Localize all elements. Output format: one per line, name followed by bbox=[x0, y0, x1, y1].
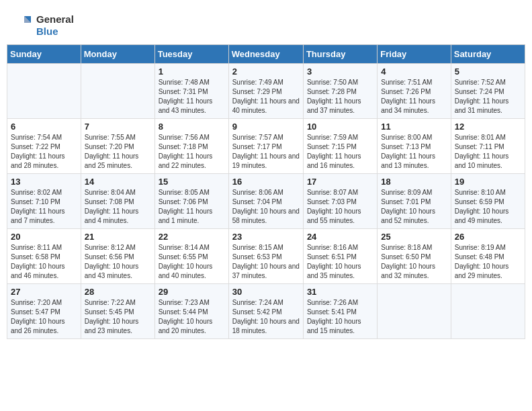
sunset-text: Sunset: 7:15 PM bbox=[307, 142, 373, 152]
sunrise-text: Sunrise: 8:04 AM bbox=[85, 188, 151, 197]
day-info: Sunrise: 8:04 AMSunset: 7:08 PMDaylight:… bbox=[85, 188, 151, 226]
calendar-cell: 27Sunrise: 7:20 AMSunset: 5:47 PMDayligh… bbox=[7, 284, 81, 339]
daylight-text: Daylight: 11 hours and 16 minutes. bbox=[307, 152, 373, 171]
daylight-text: Daylight: 11 hours and 43 minutes. bbox=[159, 97, 225, 116]
page-header: General Blue bbox=[7, 7, 525, 41]
day-number: 19 bbox=[455, 177, 521, 187]
day-info: Sunrise: 8:16 AMSunset: 6:51 PMDaylight:… bbox=[307, 243, 373, 281]
weekday-header: Thursday bbox=[303, 45, 377, 64]
sunrise-text: Sunrise: 8:11 AM bbox=[11, 243, 77, 253]
sunset-text: Sunset: 7:18 PM bbox=[159, 142, 225, 152]
day-info: Sunrise: 7:54 AMSunset: 7:22 PMDaylight:… bbox=[11, 133, 77, 171]
sunrise-text: Sunrise: 8:09 AM bbox=[381, 188, 447, 197]
day-info: Sunrise: 8:19 AMSunset: 6:48 PMDaylight:… bbox=[455, 243, 521, 281]
day-number: 22 bbox=[159, 232, 225, 242]
sunset-text: Sunset: 7:22 PM bbox=[11, 142, 77, 152]
day-number: 2 bbox=[232, 66, 300, 77]
day-number: 5 bbox=[455, 66, 521, 77]
calendar-cell: 11Sunrise: 8:00 AMSunset: 7:13 PMDayligh… bbox=[378, 119, 451, 174]
calendar-cell: 18Sunrise: 8:09 AMSunset: 7:01 PMDayligh… bbox=[378, 174, 451, 229]
day-info: Sunrise: 8:01 AMSunset: 7:11 PMDaylight:… bbox=[455, 133, 521, 171]
day-info: Sunrise: 7:56 AMSunset: 7:18 PMDaylight:… bbox=[159, 133, 225, 171]
sunrise-text: Sunrise: 7:55 AM bbox=[85, 133, 151, 142]
sunrise-text: Sunrise: 8:12 AM bbox=[85, 243, 151, 253]
weekday-row: SundayMondayTuesdayWednesdayThursdayFrid… bbox=[7, 45, 525, 64]
daylight-text: Daylight: 11 hours and 40 minutes. bbox=[232, 97, 300, 116]
calendar-body: 1Sunrise: 7:48 AMSunset: 7:31 PMDaylight… bbox=[7, 64, 525, 339]
day-number: 29 bbox=[159, 287, 225, 297]
day-number: 27 bbox=[11, 287, 77, 297]
calendar-header: SundayMondayTuesdayWednesdayThursdayFrid… bbox=[7, 45, 525, 64]
calendar-cell: 2Sunrise: 7:49 AMSunset: 7:29 PMDaylight… bbox=[228, 64, 303, 119]
weekday-header: Tuesday bbox=[154, 45, 228, 64]
day-number: 17 bbox=[307, 177, 373, 187]
daylight-text: Daylight: 11 hours and 34 minutes. bbox=[381, 97, 447, 116]
sunrise-text: Sunrise: 8:07 AM bbox=[307, 188, 373, 197]
day-number: 7 bbox=[85, 122, 151, 132]
weekday-header: Wednesday bbox=[228, 45, 303, 64]
weekday-header: Monday bbox=[81, 45, 154, 64]
calendar-cell: 3Sunrise: 7:50 AMSunset: 7:28 PMDaylight… bbox=[303, 64, 377, 119]
daylight-text: Daylight: 11 hours and 4 minutes. bbox=[85, 207, 151, 226]
daylight-text: Daylight: 10 hours and 52 minutes. bbox=[381, 207, 447, 226]
day-info: Sunrise: 8:15 AMSunset: 6:53 PMDaylight:… bbox=[232, 243, 300, 281]
day-number: 10 bbox=[307, 122, 373, 132]
daylight-text: Daylight: 10 hours and 35 minutes. bbox=[307, 262, 373, 281]
day-info: Sunrise: 7:24 AMSunset: 5:42 PMDaylight:… bbox=[232, 298, 300, 336]
calendar-cell: 6Sunrise: 7:54 AMSunset: 7:22 PMDaylight… bbox=[7, 119, 81, 174]
calendar-cell: 28Sunrise: 7:22 AMSunset: 5:45 PMDayligh… bbox=[81, 284, 154, 339]
calendar-cell: 25Sunrise: 8:18 AMSunset: 6:50 PMDayligh… bbox=[378, 229, 451, 284]
logo-svg bbox=[13, 13, 34, 34]
sunset-text: Sunset: 7:11 PM bbox=[455, 142, 521, 152]
calendar-cell: 26Sunrise: 8:19 AMSunset: 6:48 PMDayligh… bbox=[451, 229, 525, 284]
calendar-cell: 9Sunrise: 7:57 AMSunset: 7:17 PMDaylight… bbox=[228, 119, 303, 174]
day-number: 11 bbox=[381, 122, 447, 132]
calendar-week-row: 1Sunrise: 7:48 AMSunset: 7:31 PMDaylight… bbox=[7, 64, 525, 119]
sunrise-text: Sunrise: 7:23 AM bbox=[159, 298, 225, 308]
weekday-header: Saturday bbox=[451, 45, 525, 64]
calendar-cell: 30Sunrise: 7:24 AMSunset: 5:42 PMDayligh… bbox=[228, 284, 303, 339]
daylight-text: Daylight: 10 hours and 32 minutes. bbox=[381, 262, 447, 281]
sunset-text: Sunset: 6:50 PM bbox=[381, 253, 447, 262]
sunrise-text: Sunrise: 7:52 AM bbox=[455, 78, 521, 87]
day-number: 25 bbox=[381, 232, 447, 242]
day-info: Sunrise: 8:00 AMSunset: 7:13 PMDaylight:… bbox=[381, 133, 447, 171]
calendar-cell: 22Sunrise: 8:14 AMSunset: 6:55 PMDayligh… bbox=[154, 229, 228, 284]
day-number: 20 bbox=[11, 232, 77, 242]
daylight-text: Daylight: 10 hours and 55 minutes. bbox=[307, 207, 373, 226]
day-info: Sunrise: 8:12 AMSunset: 6:56 PMDaylight:… bbox=[85, 243, 151, 281]
calendar-cell: 7Sunrise: 7:55 AMSunset: 7:20 PMDaylight… bbox=[81, 119, 154, 174]
sunset-text: Sunset: 6:56 PM bbox=[85, 253, 151, 262]
sunrise-text: Sunrise: 8:06 AM bbox=[232, 188, 300, 197]
day-info: Sunrise: 7:49 AMSunset: 7:29 PMDaylight:… bbox=[232, 78, 300, 116]
calendar-cell: 17Sunrise: 8:07 AMSunset: 7:03 PMDayligh… bbox=[303, 174, 377, 229]
calendar-cell: 24Sunrise: 8:16 AMSunset: 6:51 PMDayligh… bbox=[303, 229, 377, 284]
day-info: Sunrise: 7:50 AMSunset: 7:28 PMDaylight:… bbox=[307, 78, 373, 116]
day-number: 24 bbox=[307, 232, 373, 242]
sunset-text: Sunset: 7:08 PM bbox=[85, 197, 151, 207]
calendar-cell: 4Sunrise: 7:51 AMSunset: 7:26 PMDaylight… bbox=[378, 64, 451, 119]
sunset-text: Sunset: 7:01 PM bbox=[381, 197, 447, 207]
calendar-cell: 13Sunrise: 8:02 AMSunset: 7:10 PMDayligh… bbox=[7, 174, 81, 229]
daylight-text: Daylight: 10 hours and 49 minutes. bbox=[455, 207, 521, 226]
daylight-text: Daylight: 10 hours and 58 minutes. bbox=[232, 207, 300, 226]
weekday-header: Friday bbox=[378, 45, 451, 64]
day-info: Sunrise: 7:20 AMSunset: 5:47 PMDaylight:… bbox=[11, 298, 77, 336]
sunset-text: Sunset: 7:20 PM bbox=[85, 142, 151, 152]
day-info: Sunrise: 7:22 AMSunset: 5:45 PMDaylight:… bbox=[85, 298, 151, 336]
daylight-text: Daylight: 11 hours and 19 minutes. bbox=[232, 152, 300, 171]
day-number: 21 bbox=[85, 232, 151, 242]
day-info: Sunrise: 7:55 AMSunset: 7:20 PMDaylight:… bbox=[85, 133, 151, 171]
sunrise-text: Sunrise: 8:01 AM bbox=[455, 133, 521, 142]
calendar-cell: 20Sunrise: 8:11 AMSunset: 6:58 PMDayligh… bbox=[7, 229, 81, 284]
sunrise-text: Sunrise: 7:26 AM bbox=[307, 298, 373, 308]
day-info: Sunrise: 8:07 AMSunset: 7:03 PMDaylight:… bbox=[307, 188, 373, 226]
sunset-text: Sunset: 7:29 PM bbox=[232, 87, 300, 97]
logo-text-line2: Blue bbox=[36, 26, 74, 38]
day-number: 26 bbox=[455, 232, 521, 242]
logo: General Blue bbox=[13, 13, 74, 38]
sunrise-text: Sunrise: 7:54 AM bbox=[11, 133, 77, 142]
day-number: 13 bbox=[11, 177, 77, 187]
sunrise-text: Sunrise: 8:00 AM bbox=[381, 133, 447, 142]
day-info: Sunrise: 7:57 AMSunset: 7:17 PMDaylight:… bbox=[232, 133, 300, 171]
